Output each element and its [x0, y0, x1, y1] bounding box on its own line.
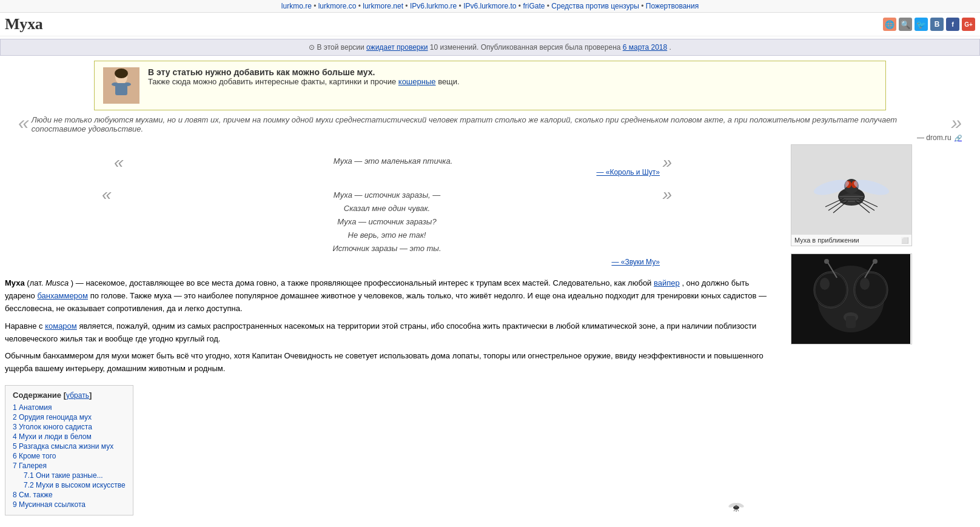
svg-point-15 — [839, 193, 864, 206]
toc-item-3: 3 Уголок юного садиста — [13, 423, 126, 431]
warning-image — [103, 67, 139, 104]
pending-text-before: В этой версии — [317, 43, 366, 52]
article-para-3: Обычным банхаммером для мухи может быть … — [5, 350, 781, 375]
svg-point-43 — [860, 278, 870, 290]
top-quote-text: Люди не только любуются мухами, но и лов… — [32, 115, 897, 133]
globe-icon[interactable]: 🌐 — [883, 18, 896, 31]
quote2-line1: Муха — источник заразы, — — [114, 189, 660, 202]
quote1-text: Муха — это маленькая птичка. — [126, 156, 660, 166]
pending-text-end: . — [670, 43, 671, 52]
quote2-source-link[interactable]: — «Звуки Му» — [611, 258, 660, 266]
quote-block-1: « » Муха — это маленькая птичка. — «Коро… — [126, 154, 660, 179]
pending-icon: ⊙ — [309, 43, 315, 52]
search-icon[interactable]: 🔍 — [899, 18, 912, 31]
expand-icon-1[interactable]: ⬜ — [901, 237, 908, 244]
toc-item-1: 1 Анатомия — [13, 403, 126, 412]
top-quote-link[interactable]: 🔗 — [955, 135, 962, 141]
sidebar-image-box-2 — [791, 253, 912, 344]
vk-icon[interactable]: В — [930, 18, 944, 31]
pending-text-middle: 10 изменений. Опубликованная версия была… — [430, 43, 623, 52]
warning-bold: В эту статью нужно добавить как можно бо… — [148, 67, 375, 77]
warning-secondary: Также сюда можно добавить интересные фак… — [148, 77, 460, 86]
sidebar-image-box-1: Муха в приближении ⬜ — [791, 144, 912, 246]
warning-main-text: В эту статью нужно добавить как можно бо… — [148, 67, 460, 86]
toc-item-4: 4 Мухи и люди в белом — [13, 432, 126, 441]
article-link-viper[interactable]: вайпер — [654, 278, 680, 287]
article-bold-muha: Муха — [5, 278, 25, 287]
toc-toggle[interactable]: убрать — [66, 391, 89, 400]
toc-box: Содержание [убрать] 1 Анатомия 2 Орудия … — [5, 385, 133, 515]
svg-point-4 — [124, 82, 131, 86]
top-quote-right-mark: » — [951, 115, 962, 131]
color-fly-svg — [792, 145, 911, 235]
quote2-line4: Не верь, это не так! — [114, 229, 660, 242]
nav-link-ipv6-re[interactable]: IPv6.lurkmo.re — [410, 2, 457, 10]
warning-box: В эту статью нужно добавить как можно бо… — [94, 61, 886, 110]
toc-item-71: 7.1 Они такие разные... — [24, 471, 126, 480]
quote2-line3: Муха — источник заразы? — [114, 215, 660, 229]
quote2-attribution: — «Звуки Му» — [114, 258, 660, 266]
toc-item-5: 5 Разгадка смысла жизни мух — [13, 442, 126, 451]
toc-item-7: 7 Галерея — [13, 462, 126, 470]
quote2-line5: Источник заразы — это ты. — [114, 242, 660, 255]
toc-title: Содержание [убрать] — [13, 391, 126, 400]
fly-cursor-svg — [728, 500, 745, 512]
content-area: « » Муха — это маленькая птичка. — «Коро… — [5, 144, 781, 520]
quote2-left-mark: « — [102, 186, 112, 203]
quote1-right-mark: » — [662, 154, 672, 171]
toc-section: Содержание [убрать] 1 Анатомия 2 Орудия … — [5, 380, 781, 520]
warning-kosher-link[interactable]: кошерные — [398, 77, 436, 86]
pending-review-bar: ⊙ В этой версии ожидает проверки 10 изме… — [0, 39, 980, 56]
facebook-icon[interactable]: f — [946, 18, 959, 31]
bw-fly-svg — [791, 254, 910, 344]
svg-point-5 — [115, 69, 128, 78]
right-sidebar: Муха в приближении ⬜ — [791, 144, 912, 520]
caption-text-1: Муха в приближении — [794, 237, 859, 244]
top-navigation: lurkmo.re • lurkmore.co • lurkmore.net •… — [0, 0, 980, 13]
nav-link-ipv6-to[interactable]: IPv6.lurkmore.to — [463, 2, 516, 10]
quote-block-2: « » Муха — источник заразы, — Сказал мне… — [114, 186, 660, 269]
article-para-1: Муха (лат. Musca ) — насекомое, доставля… — [5, 277, 781, 315]
header-icons: 🌐 🔍 🐦 В f G+ — [883, 18, 975, 31]
pending-date-link[interactable]: 6 марта 2018 — [623, 43, 667, 52]
sidebar-image-color-fly — [791, 145, 911, 235]
nav-link-lurkmore-re[interactable]: lurkmo.re — [281, 2, 312, 10]
main-layout: « » Муха — это маленькая птичка. — «Коро… — [0, 144, 980, 520]
toc-item-8: 8 См. также — [13, 491, 126, 499]
article-para-2: Наравне с комаром является, пожалуй, одн… — [5, 320, 781, 346]
toc-item-2: 2 Орудия геноцида мух — [13, 413, 126, 421]
quote1-source-link[interactable]: — «Король и Шут» — [596, 168, 660, 176]
article-latin: Musca — [45, 278, 69, 287]
svg-point-3 — [112, 82, 119, 86]
toc-item-6: 6 Кроме того — [13, 452, 126, 460]
article-link-banhammer[interactable]: банхаммером — [37, 291, 88, 300]
toc-item-9: 9 Мусинная ссылкота — [13, 500, 126, 509]
svg-point-32 — [814, 272, 848, 308]
quote2-right-mark: » — [662, 186, 672, 203]
top-quote-source: — drom.ru 🔗 — [18, 133, 962, 142]
svg-point-12 — [735, 505, 737, 508]
warning-text-block: В эту статью нужно добавить как можно бо… — [148, 67, 460, 86]
fly-cursor-decoration — [728, 500, 745, 514]
sidebar-image-bw-fly — [791, 254, 910, 344]
googleplus-icon[interactable]: G+ — [962, 18, 975, 31]
nav-link-lurkmore-co[interactable]: lurkmore.co — [318, 2, 357, 10]
nav-link-frigate[interactable]: friGate — [523, 2, 545, 10]
quote2-lines: Муха — источник заразы, — Сказал мне оди… — [114, 189, 660, 255]
quote1-left-mark: « — [114, 154, 124, 171]
svg-point-33 — [854, 272, 888, 308]
twitter-icon[interactable]: 🐦 — [915, 18, 928, 31]
nav-link-censor[interactable]: Средства против цензуры — [551, 2, 639, 10]
quote2-line2: Сказал мне один чувак. — [114, 202, 660, 215]
anime-figure-svg — [103, 67, 139, 104]
pending-link[interactable]: ожидает проверки — [366, 43, 428, 52]
warning-anime-figure — [103, 67, 139, 104]
top-quote-block: « » Люди не только любуются мухами, но и… — [18, 115, 962, 142]
page-header: Муха 🌐 🔍 🐦 В f G+ — [0, 13, 980, 36]
svg-point-40 — [824, 259, 829, 264]
quote1-attribution: — «Король и Шут» — [126, 168, 660, 176]
nav-link-donate[interactable]: Пожертвования — [646, 2, 699, 10]
nav-link-lurkmore-net[interactable]: lurkmore.net — [363, 2, 403, 10]
svg-rect-37 — [846, 316, 856, 328]
article-link-komar[interactable]: комаром — [45, 321, 77, 331]
